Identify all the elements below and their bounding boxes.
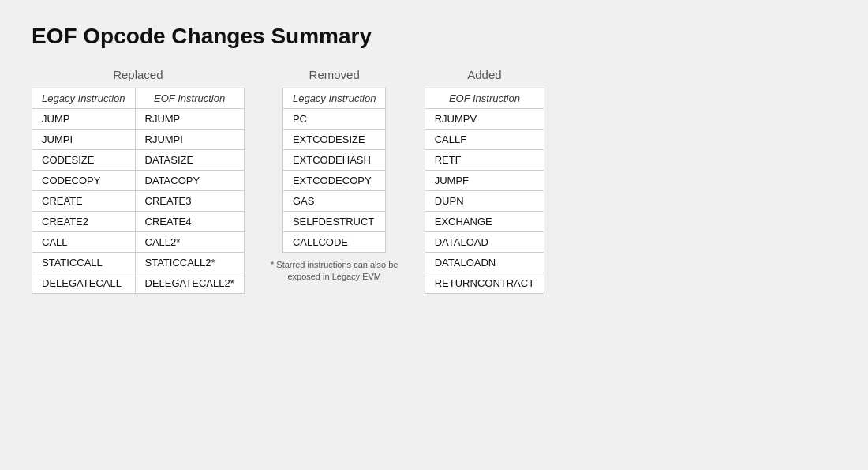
section-replaced-heading: Replaced (113, 68, 163, 81)
replaced-legacy-cell: CALL (32, 232, 136, 253)
removed-cell: EXTCODESIZE (282, 130, 386, 150)
replaced-legacy-cell: JUMP (32, 109, 136, 130)
added-cell: RJUMPV (425, 109, 544, 130)
section-replaced: Replaced Legacy Instruction EOF Instruct… (32, 68, 245, 294)
section-added: Added EOF Instruction RJUMPVCALLFRETFJUM… (425, 68, 544, 294)
tables-container: Replaced Legacy Instruction EOF Instruct… (32, 68, 836, 294)
added-cell: JUMPF (425, 171, 544, 191)
replaced-eof-cell: DATASIZE (135, 150, 244, 171)
added-cell: DATALOAD (425, 232, 544, 253)
replaced-legacy-cell: JUMPI (32, 130, 136, 150)
removed-cell: SELFDESTRUCT (282, 212, 386, 232)
removed-cell: CALLCODE (282, 232, 386, 253)
replaced-eof-cell: CREATE4 (135, 212, 244, 232)
added-cell: DATALOADN (425, 253, 544, 273)
removed-table: Legacy Instruction PCEXTCODESIZEEXTCODEH… (282, 88, 387, 253)
replaced-legacy-cell: CREATE2 (32, 212, 136, 232)
replaced-eof-cell: CALL2* (135, 232, 244, 253)
replaced-eof-cell: RJUMP (135, 109, 244, 130)
replaced-eof-cell: RJUMPI (135, 130, 244, 150)
replaced-eof-cell: DATACOPY (135, 171, 244, 191)
section-added-heading: Added (467, 68, 501, 81)
page-title: EOF Opcode Changes Summary (32, 24, 836, 49)
replaced-eof-cell: STATICCALL2* (135, 253, 244, 273)
replaced-legacy-cell: CODESIZE (32, 150, 136, 171)
added-cell: EXCHANGE (425, 212, 544, 232)
replaced-eof-cell: CREATE3 (135, 191, 244, 212)
section-removed: Removed Legacy Instruction PCEXTCODESIZE… (264, 68, 406, 284)
added-cell: RETURNCONTRACT (425, 273, 544, 294)
replaced-legacy-cell: CODECOPY (32, 171, 136, 191)
added-col1-header: EOF Instruction (425, 88, 544, 109)
removed-col1-header: Legacy Instruction (282, 88, 386, 109)
replaced-col2-header: EOF Instruction (135, 88, 244, 109)
replaced-legacy-cell: CREATE (32, 191, 136, 212)
removed-cell: EXTCODECOPY (282, 171, 386, 191)
removed-cell: GAS (282, 191, 386, 212)
replaced-col1-header: Legacy Instruction (32, 88, 136, 109)
section-removed-heading: Removed (309, 68, 360, 81)
added-table: EOF Instruction RJUMPVCALLFRETFJUMPFDUPN… (425, 88, 544, 294)
removed-cell: PC (282, 109, 386, 130)
replaced-eof-cell: DELEGATECALL2* (135, 273, 244, 294)
replaced-legacy-cell: DELEGATECALL (32, 273, 136, 294)
replaced-legacy-cell: STATICCALL (32, 253, 136, 273)
removed-note: * Starred instructions can also be expos… (264, 259, 406, 284)
added-cell: DUPN (425, 191, 544, 212)
removed-cell: EXTCODEHASH (282, 150, 386, 171)
added-cell: CALLF (425, 130, 544, 150)
added-cell: RETF (425, 150, 544, 171)
replaced-table: Legacy Instruction EOF Instruction JUMPR… (32, 88, 245, 294)
